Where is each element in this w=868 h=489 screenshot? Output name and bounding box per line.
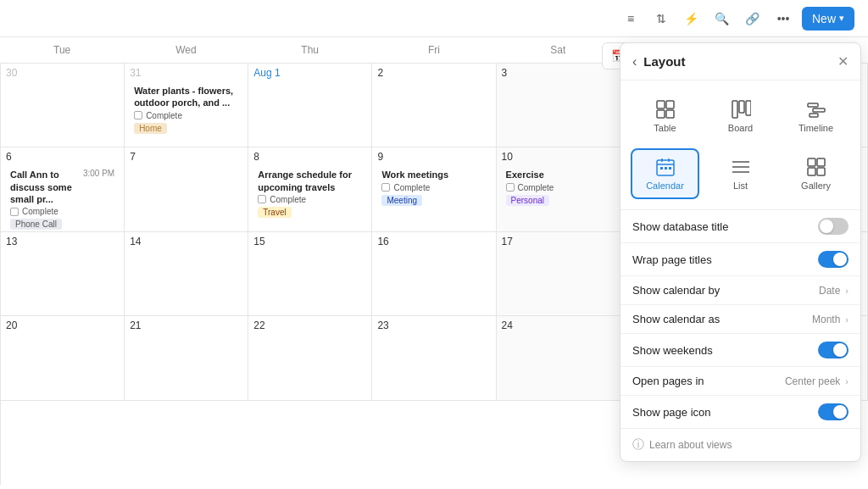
gallery-label: Gallery xyxy=(801,181,831,191)
list-label: List xyxy=(733,181,748,191)
day-header-tue: Tue xyxy=(0,37,124,63)
svg-rect-22 xyxy=(808,168,815,175)
panel-header: ‹ Layout ✕ xyxy=(620,43,860,81)
setting-show-db-title: Show database title xyxy=(620,210,860,242)
cal-cell-24[interactable]: 24 xyxy=(497,316,620,400)
open-pages-label: Open pages in xyxy=(632,375,704,387)
layout-option-calendar[interactable]: Calendar xyxy=(631,148,699,199)
bolt-icon[interactable]: ⚡ xyxy=(680,7,704,31)
toggle-thumb xyxy=(833,253,847,266)
layout-option-board[interactable]: Board xyxy=(706,91,775,142)
cal-cell-30[interactable]: 30 xyxy=(1,64,125,147)
open-pages-value: Center peek xyxy=(785,375,840,387)
cal-cell-aug1[interactable]: Aug 1 xyxy=(248,64,372,147)
show-db-title-label: Show database title xyxy=(632,220,728,233)
svg-rect-21 xyxy=(817,158,825,166)
wrap-titles-toggle[interactable] xyxy=(818,251,849,268)
svg-rect-0 xyxy=(657,101,665,108)
cal-cell-7[interactable]: 7 xyxy=(125,147,248,231)
cal-cell-13[interactable]: 13 xyxy=(1,232,125,316)
svg-rect-20 xyxy=(808,158,815,166)
more-icon[interactable]: ••• xyxy=(771,7,795,31)
setting-open-pages: Open pages in Center peek › xyxy=(620,366,860,395)
cal-cell-17[interactable]: 17 xyxy=(497,232,620,316)
cal-cell-21[interactable]: 21 xyxy=(125,316,248,400)
svg-rect-2 xyxy=(657,110,665,118)
layout-option-timeline[interactable]: Timeline xyxy=(782,91,850,142)
table-icon xyxy=(655,99,676,119)
svg-rect-3 xyxy=(666,110,674,118)
svg-rect-14 xyxy=(660,167,663,169)
cal-cell-31[interactable]: 31 Water plants - flowers, outdoor porch… xyxy=(125,64,248,147)
layout-option-gallery[interactable]: Gallery xyxy=(782,148,850,199)
svg-rect-7 xyxy=(808,103,818,107)
learn-about-views[interactable]: ⓘ Learn about views xyxy=(620,428,860,461)
show-page-icon-label: Show page icon xyxy=(632,406,711,419)
event-water-plants[interactable]: Water plants - flowers, outdoor porch, a… xyxy=(130,82,242,136)
timeline-icon xyxy=(806,99,826,119)
cal-cell-3[interactable]: 3 xyxy=(497,64,620,147)
cal-cell-20[interactable]: 20 xyxy=(1,316,125,400)
calendar-as-value: Month xyxy=(812,314,840,325)
show-weekends-label: Show weekends xyxy=(632,344,713,357)
timeline-label: Timeline xyxy=(798,123,833,133)
link-icon[interactable]: 🔗 xyxy=(741,7,765,31)
panel-settings: Show database title Wrap page titles Sho… xyxy=(620,210,860,428)
cal-cell-22[interactable]: 22 xyxy=(248,316,372,400)
svg-rect-16 xyxy=(669,167,671,169)
event-work-meetings[interactable]: Work meetings Complete Meeting xyxy=(377,166,490,208)
setting-show-page-icon: Show page icon xyxy=(620,395,860,428)
filter-icon[interactable]: ≡ xyxy=(619,7,643,31)
svg-rect-23 xyxy=(817,168,825,175)
svg-rect-8 xyxy=(813,108,825,112)
board-icon xyxy=(731,99,751,119)
day-header-wed: Wed xyxy=(124,37,248,63)
setting-calendar-as: Show calendar as Month › xyxy=(620,304,860,333)
panel-close-button[interactable]: ✕ xyxy=(837,53,849,69)
list-icon xyxy=(731,157,751,177)
layout-options-grid: Table Board Timeline xyxy=(620,81,860,210)
svg-rect-15 xyxy=(665,167,667,169)
event-arrange-schedule[interactable]: Arrange schedule for upcoming travels Co… xyxy=(253,166,366,220)
info-icon: ⓘ xyxy=(632,437,644,453)
day-header-thu: Thu xyxy=(248,37,372,63)
layout-option-list[interactable]: List xyxy=(706,148,775,199)
svg-rect-4 xyxy=(732,101,737,118)
toggle-thumb xyxy=(833,405,847,419)
layout-option-table[interactable]: Table xyxy=(631,91,699,142)
cal-cell-16[interactable]: 16 xyxy=(372,232,496,316)
cal-cell-9[interactable]: 9 Work meetings Complete Meeting xyxy=(372,147,496,231)
cal-cell-15[interactable]: 15 xyxy=(248,232,372,316)
cal-cell-6[interactable]: 6 Call Ann to discuss some small pr... 3… xyxy=(1,147,125,231)
cal-cell-14[interactable]: 14 xyxy=(125,232,248,316)
toolbar: ≡ ⇅ ⚡ 🔍 🔗 ••• New ▾ xyxy=(0,0,868,37)
new-button[interactable]: New ▾ xyxy=(802,7,854,31)
show-page-icon-toggle[interactable] xyxy=(818,403,849,420)
calendar-by-label: Show calendar by xyxy=(632,284,720,297)
show-weekends-toggle[interactable] xyxy=(818,342,849,358)
toggle-thumb xyxy=(820,219,833,233)
svg-rect-1 xyxy=(666,101,674,108)
chevron-down-icon: ▾ xyxy=(839,13,844,24)
svg-rect-5 xyxy=(739,101,744,113)
event-exercise[interactable]: Exercise Complete Personal xyxy=(502,166,615,208)
cal-cell-23[interactable]: 23 xyxy=(372,316,496,400)
cal-cell-8[interactable]: 8 Arrange schedule for upcoming travels … xyxy=(248,147,372,231)
setting-calendar-by: Show calendar by Date › xyxy=(620,275,860,304)
cal-cell-2[interactable]: 2 xyxy=(372,64,496,147)
calendar-layout-label: Calendar xyxy=(646,181,684,191)
day-header-fri: Fri xyxy=(372,37,496,63)
chevron-right-icon: › xyxy=(845,314,849,325)
sort-icon[interactable]: ⇅ xyxy=(649,7,673,31)
gallery-icon xyxy=(806,157,826,177)
event-call-ann[interactable]: Call Ann to discuss some small pr... 3:0… xyxy=(6,166,119,232)
calendar-layout-icon xyxy=(655,157,676,177)
panel-back-button[interactable]: ‹ xyxy=(632,54,637,69)
learn-about-views-label: Learn about views xyxy=(649,439,732,451)
svg-rect-6 xyxy=(746,101,751,115)
search-icon[interactable]: 🔍 xyxy=(710,7,734,31)
panel-title: Layout xyxy=(643,54,685,69)
new-label: New xyxy=(812,12,836,25)
cal-cell-10[interactable]: 10 Exercise Complete Personal xyxy=(497,147,620,231)
show-db-title-toggle[interactable] xyxy=(818,218,849,235)
